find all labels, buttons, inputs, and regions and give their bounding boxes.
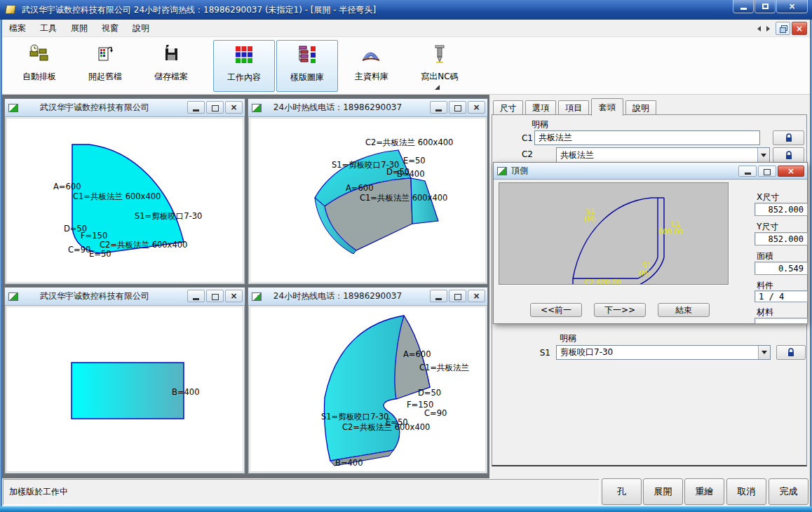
top-view-dialog: 頂側 × S1 (M) C1 600.0 (493, 162, 808, 324)
dropdown-button[interactable] (758, 346, 770, 359)
row-key-c1: C1 (501, 133, 533, 143)
status-message-box: 加樣版於工作中 (3, 479, 600, 505)
template-library-icon (297, 43, 317, 66)
dialog-restore-button[interactable] (758, 166, 776, 177)
dialog-minimize-button[interactable] (738, 166, 757, 177)
nav-forward-icon[interactable] (766, 26, 770, 32)
child-minimize-button[interactable] (430, 101, 447, 114)
child-close-button[interactable]: × (225, 290, 243, 302)
mdi-window-flat-pattern: 武汉华宇诚数控科技有限公司 × A=600 C1=共板法兰 600x400 S1… (4, 98, 245, 285)
menu-help[interactable]: 說明 (126, 20, 156, 37)
svg-text:D=50: D=50 (418, 388, 441, 398)
minimize-button[interactable] (733, 0, 754, 13)
child-restore-button[interactable] (449, 101, 466, 114)
child-title-bar[interactable]: 24小时热线电话：18986290037 × (248, 288, 487, 306)
svg-text:C=90: C=90 (424, 408, 447, 418)
toolbar-work-content-button[interactable]: 工作內容 (213, 40, 275, 92)
child-close-button[interactable]: × (792, 22, 807, 35)
redraw-button[interactable]: 重繪 (684, 478, 724, 505)
cancel-button[interactable]: 取消 (726, 478, 766, 505)
child-close-button[interactable]: × (468, 101, 485, 114)
lock-icon (785, 133, 793, 142)
close-icon: × (230, 103, 237, 112)
toolbar-save-file-button[interactable]: 儲存檔案 (141, 40, 201, 92)
part-value: 1 / 4 (755, 290, 808, 302)
material-value (755, 318, 808, 324)
close-icon: × (230, 292, 237, 300)
toolbar-open-file-button[interactable]: 開起舊檔 (75, 40, 135, 92)
toolbar-auto-nest-button[interactable]: 自動排板 (9, 40, 69, 92)
child-restore-button[interactable] (206, 290, 224, 302)
x-size-label: X尺寸 (757, 191, 779, 203)
drawing-canvas-flat[interactable]: A=600 C1=共板法兰 600x400 S1=剪板咬口7-30 D=50 F… (6, 118, 243, 283)
child-minimize-button[interactable] (187, 290, 205, 302)
s1-lock-button[interactable] (776, 345, 806, 360)
s1-combobox[interactable]: 剪板咬口7-30 (556, 345, 771, 360)
restore-icon (764, 168, 771, 175)
child-minimize-button[interactable] (187, 101, 205, 114)
child-window-title: 24小时热线电话：18986290037 (248, 290, 427, 302)
unfold-button[interactable]: 展開 (643, 478, 683, 505)
child-title-bar[interactable]: 24小时热线电话：18986290037 × (248, 99, 487, 117)
restore-icon (780, 25, 787, 32)
mdi-window-3d-top: 24小时热线电话：18986290037 × (248, 98, 488, 285)
menu-window[interactable]: 視窗 (95, 20, 126, 37)
title-bar: 武汉华宇诚数控科技有限公司 24小时咨询热线：18986290037 (未指定1… (0, 0, 812, 20)
hole-button[interactable]: 孔 (602, 478, 642, 505)
drawing-canvas-3d-front[interactable]: A=600 C1=共板法兰 D=50 F=150 C=90 S1=剪板咬口7-3… (250, 306, 486, 472)
end-button[interactable]: 結束 (658, 303, 710, 317)
y-size-value: 852.000 (755, 232, 808, 245)
minimize-icon (740, 8, 747, 10)
dropdown-button[interactable] (757, 148, 769, 162)
child-window-title: 24小时热线电话：18986290037 (248, 102, 427, 114)
menu-unfold[interactable]: 展開 (64, 20, 95, 37)
child-close-button[interactable]: × (468, 290, 485, 302)
menu-tools[interactable]: 工具 (33, 20, 64, 37)
dialog-close-button[interactable]: × (778, 166, 804, 177)
toolbar-main-database-button[interactable]: 主資料庫 (341, 40, 402, 92)
svg-text:600.00: 600.00 (658, 228, 683, 236)
next-button[interactable]: 下一>> (594, 303, 646, 317)
top-view-canvas[interactable]: S1 (M) C1 600.00 S1 (M) C2 600.00 (499, 182, 729, 285)
child-minimize-button[interactable] (430, 290, 447, 302)
minimize-icon (745, 173, 751, 175)
svg-text:F=150: F=150 (81, 231, 107, 241)
drawing-canvas-rect[interactable]: B=400 (6, 306, 243, 472)
svg-text:B=400: B=400 (335, 458, 363, 468)
restore-icon (212, 293, 219, 299)
previous-button[interactable]: <<前一 (530, 303, 582, 317)
child-restore-button[interactable] (206, 101, 224, 114)
menu-file[interactable]: 檔案 (2, 20, 33, 37)
dialog-title-bar[interactable]: 頂側 × (494, 163, 807, 180)
child-close-button[interactable]: × (225, 101, 243, 114)
svg-text:C1=共板法兰: C1=共板法兰 (419, 363, 469, 372)
finish-button[interactable]: 完成 (769, 478, 808, 505)
tab-options[interactable]: 選項 (525, 100, 556, 115)
tab-connector[interactable]: 套頭 (591, 98, 623, 116)
child-window-title: 武汉华宇诚数控科技有限公司 (5, 290, 184, 302)
tab-notes[interactable]: 說明 (625, 100, 656, 115)
svg-text:C1: C1 (671, 220, 680, 228)
window-icon (497, 167, 507, 175)
chevron-down-icon (762, 351, 767, 354)
maximize-button[interactable] (755, 0, 776, 13)
close-button[interactable]: × (776, 0, 808, 13)
child-title-bar[interactable]: 武汉华宇诚数控科技有限公司 × (5, 99, 245, 117)
c1-lock-button[interactable] (773, 130, 804, 145)
svg-text:B=400: B=400 (172, 387, 199, 397)
c2-combobox[interactable]: 共板法兰 (556, 147, 770, 163)
child-restore-button[interactable] (449, 290, 466, 302)
drawing-canvas-3d-top[interactable]: C2=共板法兰 600x400 S1=剪板咬口7-30 E=50 D=50 B=… (250, 118, 486, 283)
svg-text:A=600: A=600 (403, 349, 431, 359)
child-restore-button[interactable] (776, 22, 790, 35)
toolbar-export-nc-button[interactable]: 寫出NC碼 (407, 40, 472, 92)
toolbar-template-library-button[interactable]: 樣版圖庫 (276, 40, 338, 92)
tab-dimensions[interactable]: 尺寸 (493, 100, 523, 115)
c1-value-field[interactable]: 共板法兰 (534, 130, 760, 145)
child-title-bar[interactable]: 武汉华宇诚数控科技有限公司 × (5, 288, 245, 306)
c2-lock-button[interactable] (773, 147, 804, 163)
dialog-title: 頂側 (511, 165, 528, 177)
nav-back-icon[interactable] (757, 26, 761, 32)
toolbar-overflow-icon[interactable] (435, 85, 440, 90)
tab-items[interactable]: 項目 (558, 100, 589, 115)
